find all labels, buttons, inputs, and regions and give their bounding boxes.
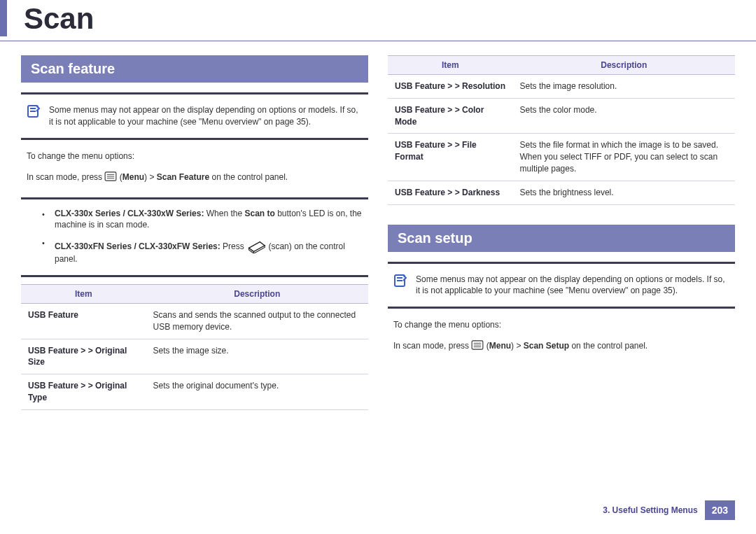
txt: ) > — [144, 172, 157, 182]
section-scan-setup: Scan setup — [388, 225, 735, 252]
td-desc: Sets the image size. — [146, 339, 368, 374]
menu-label: Menu — [489, 341, 511, 351]
td-label: USB Feature — [21, 303, 146, 339]
bullet-icon: • — [42, 209, 45, 220]
left-column: Scan feature Some menus may not appear o… — [21, 55, 368, 410]
td-label: USB Feature > > Original Type — [21, 374, 146, 410]
td-label: USB Feature > > Resolution — [388, 75, 513, 99]
divider — [388, 262, 735, 264]
td-label: USB Feature > > Color Mode — [388, 98, 513, 134]
divider — [21, 92, 368, 94]
table-row: USB Feature > > File Format Sets the fil… — [388, 134, 735, 181]
table-row: USB Feature > > Darkness Sets the bright… — [388, 181, 735, 204]
bullet-icon: • — [42, 238, 45, 248]
series-label: CLX-330x Series / CLX-330xW Series: — [55, 209, 204, 218]
note-block: Some menus may not appear on the display… — [388, 269, 735, 302]
note-text: Some menus may not appear on the display… — [49, 104, 363, 128]
title-underline — [0, 41, 756, 41]
menu-icon — [104, 171, 117, 181]
note-icon — [392, 272, 409, 289]
change-options-text: To change the menu options: — [388, 314, 735, 335]
page-footer: 3. Useful Setting Menus 203 — [603, 500, 735, 520]
td-desc: Scans and sends the scanned output to th… — [146, 303, 368, 339]
scanner-icon — [246, 237, 266, 253]
section-scan-feature: Scan feature — [21, 55, 368, 83]
table-row: USB Feature > > Resolution Sets the imag… — [388, 75, 735, 99]
footer-chapter: 3. Useful Setting Menus — [603, 505, 697, 515]
txt: In scan mode, press — [393, 341, 471, 351]
txt: ) > — [511, 341, 524, 351]
td-desc: Sets the original document's type. — [146, 374, 368, 410]
divider — [21, 275, 368, 277]
txt: In scan mode, press — [27, 172, 104, 182]
divider — [388, 307, 735, 309]
scan-feature-table-right: Item Description USB Feature > > Resolut… — [388, 55, 735, 205]
scan-to-label: Scan to — [244, 209, 274, 218]
series-bullet-2: • CLX-330xFN Series / CLX-330xFW Series:… — [21, 234, 368, 268]
th-item: Item — [388, 56, 513, 75]
table-row: USB Feature > > Color Mode Sets the colo… — [388, 98, 735, 134]
td-desc: Sets the color mode. — [513, 98, 735, 134]
right-column: Item Description USB Feature > > Resolut… — [388, 55, 735, 410]
scan-feature-label: Scan Feature — [157, 172, 209, 182]
setup-instruction: In scan mode, press (Menu) > Scan Setup … — [388, 335, 735, 356]
divider — [21, 197, 368, 199]
td-label: USB Feature > > Original Size — [21, 339, 146, 374]
menu-icon — [471, 340, 484, 350]
txt: Press — [220, 241, 246, 251]
txt: on the control panel. — [209, 172, 288, 182]
td-label: USB Feature > > Darkness — [388, 181, 513, 204]
footer-page-number: 203 — [705, 500, 735, 520]
divider — [21, 138, 368, 140]
bullet-text: CLX-330x Series / CLX-330xW Series: When… — [55, 208, 363, 232]
scan-setup-label: Scan Setup — [524, 341, 569, 351]
change-options-text: To change the menu options: — [21, 146, 368, 167]
series-bullet-1: • CLX-330x Series / CLX-330xW Series: Wh… — [21, 205, 368, 234]
table-row: USB Feature Scans and sends the scanned … — [21, 303, 368, 339]
feature-instruction: In scan mode, press (Menu) > Scan Featur… — [21, 167, 368, 188]
td-desc: Sets the image resolution. — [513, 75, 735, 99]
th-desc: Description — [513, 56, 735, 75]
bullet-text: CLX-330xFN Series / CLX-330xFW Series: P… — [55, 237, 363, 265]
txt: When the — [204, 209, 244, 218]
txt: on the control panel. — [569, 341, 648, 351]
note-icon — [25, 103, 42, 120]
th-item: Item — [21, 284, 146, 303]
note-block: Some menus may not appear on the display… — [21, 100, 368, 132]
td-desc: Sets the brightness level. — [513, 181, 735, 204]
page-title: Scan — [0, 0, 756, 36]
td-desc: Sets the file format in which the image … — [513, 134, 735, 181]
series-label: CLX-330xFN Series / CLX-330xFW Series: — [55, 241, 220, 251]
menu-label: Menu — [122, 172, 144, 182]
scan-feature-table-left: Item Description USB Feature Scans and s… — [21, 284, 368, 410]
table-row: USB Feature > > Original Size Sets the i… — [21, 339, 368, 374]
table-row: USB Feature > > Original Type Sets the o… — [21, 374, 368, 410]
td-label: USB Feature > > File Format — [388, 134, 513, 181]
content-columns: Scan feature Some menus may not appear o… — [0, 55, 756, 410]
note-text: Some menus may not appear on the display… — [416, 274, 729, 297]
th-desc: Description — [146, 284, 368, 303]
